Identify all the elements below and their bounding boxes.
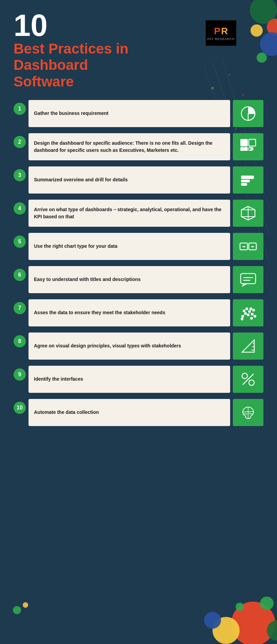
item-icon-box-1 bbox=[233, 100, 263, 127]
item-icon-box-8 bbox=[233, 333, 263, 360]
svg-point-35 bbox=[244, 313, 246, 315]
item-icon-box-9 bbox=[233, 366, 263, 393]
item-number-7: 7 bbox=[14, 302, 26, 314]
svg-point-36 bbox=[243, 310, 245, 312]
item-icon-box-5: → ← bbox=[233, 233, 263, 260]
svg-point-42 bbox=[250, 308, 252, 310]
item-number-4: 4 bbox=[14, 202, 26, 215]
items-container: 1Gather the business requirement 2Design… bbox=[0, 97, 277, 436]
item-text-8: Agree on visual design principles, visua… bbox=[34, 342, 181, 349]
item-text-1: Gather the business requirement bbox=[34, 110, 108, 117]
item-text-7: Asses the data to ensure they meet the s… bbox=[34, 309, 165, 316]
item-text-box-4: Arrive on what type of dashboards – stra… bbox=[29, 200, 230, 227]
item-text-box-5: Use the right chart type for your data bbox=[29, 233, 230, 260]
item-icon-box-2 bbox=[233, 133, 263, 160]
svg-rect-17 bbox=[244, 147, 247, 150]
item-text-10: Automate the data collection bbox=[34, 409, 99, 416]
item-text-9: Identify the interfaces bbox=[34, 376, 83, 383]
item-icon-box-3 bbox=[233, 166, 263, 194]
svg-rect-30 bbox=[241, 274, 256, 284]
svg-point-45 bbox=[251, 317, 253, 319]
item-row-5: 5Use the right chart type for your data … bbox=[14, 233, 263, 260]
item-text-box-2: Design the dashboard for specific audien… bbox=[29, 133, 230, 160]
item-text-box-7: Asses the data to ensure they meet the s… bbox=[29, 299, 230, 326]
item-number-10: 10 bbox=[14, 402, 26, 414]
item-text-box-9: Identify the interfaces bbox=[29, 366, 230, 393]
item-text-box-8: Agree on visual design principles, visua… bbox=[29, 333, 230, 360]
svg-line-53 bbox=[243, 374, 254, 385]
svg-rect-16 bbox=[241, 147, 244, 150]
item-text-4: Arrive on what type of dashboards – stra… bbox=[34, 206, 225, 220]
header: 10 Best Practices in Dashboard Software … bbox=[0, 0, 277, 97]
svg-point-40 bbox=[251, 313, 253, 315]
item-row-6: 6Easy to understand with titles and desc… bbox=[14, 266, 263, 293]
svg-point-38 bbox=[248, 310, 251, 313]
svg-point-51 bbox=[242, 373, 247, 379]
item-row-4: 4Arrive on what type of dashboards – str… bbox=[14, 200, 263, 227]
item-icon-box-4 bbox=[233, 200, 263, 227]
svg-point-59 bbox=[236, 603, 244, 611]
item-number-6: 6 bbox=[14, 269, 26, 281]
svg-point-34 bbox=[242, 315, 244, 317]
svg-point-58 bbox=[260, 597, 274, 610]
svg-point-37 bbox=[247, 314, 249, 316]
item-icon-box-10 bbox=[233, 399, 263, 426]
item-row-2: 2Design the dashboard for specific audie… bbox=[14, 133, 263, 160]
item-text-5: Use the right chart type for your data bbox=[34, 243, 117, 250]
item-row-3: 3Summarized overview and drill for detai… bbox=[14, 166, 263, 194]
item-number-5: 5 bbox=[14, 236, 26, 248]
svg-text:→: → bbox=[242, 244, 246, 248]
svg-point-39 bbox=[246, 308, 248, 310]
svg-point-44 bbox=[241, 318, 243, 320]
item-row-1: 1Gather the business requirement bbox=[14, 100, 263, 127]
item-text-box-10: Automate the data collection bbox=[29, 399, 230, 426]
item-number-2: 2 bbox=[14, 136, 26, 148]
item-row-9: 9Identify the interfaces bbox=[14, 366, 263, 393]
svg-rect-14 bbox=[241, 139, 247, 146]
item-text-box-6: Easy to understand with titles and descr… bbox=[29, 266, 230, 293]
svg-rect-15 bbox=[249, 139, 256, 146]
item-number-9: 9 bbox=[14, 368, 26, 381]
item-row-8: 8Agree on visual design principles, visu… bbox=[14, 333, 263, 360]
svg-rect-19 bbox=[241, 176, 254, 179]
item-text-box-1: Gather the business requirement bbox=[29, 100, 230, 127]
item-icon-box-7 bbox=[233, 299, 263, 326]
item-number-1: 1 bbox=[14, 103, 26, 115]
svg-point-61 bbox=[13, 606, 21, 614]
item-row-10: 10Automate the data collection bbox=[14, 399, 263, 426]
item-number-3: 3 bbox=[14, 169, 26, 181]
item-icon-box-6 bbox=[233, 266, 263, 293]
svg-point-43 bbox=[254, 315, 256, 317]
item-text-3: Summarized overview and drill for detail… bbox=[34, 176, 128, 183]
item-text-6: Easy to understand with titles and descr… bbox=[34, 276, 141, 283]
svg-point-52 bbox=[249, 380, 254, 385]
item-number-8: 8 bbox=[14, 335, 26, 347]
item-text-2: Design the dashboard for specific audien… bbox=[34, 140, 225, 154]
svg-point-41 bbox=[253, 309, 255, 311]
header-title: Best Practices in Dashboard Software bbox=[14, 41, 204, 90]
item-text-box-3: Summarized overview and drill for detail… bbox=[29, 166, 230, 194]
item-row-7: 7Asses the data to ensure they meet the … bbox=[14, 299, 263, 326]
logo: P R PAT RESEARCH bbox=[206, 20, 236, 46]
svg-text:←: ← bbox=[251, 244, 255, 248]
svg-rect-21 bbox=[241, 183, 247, 185]
svg-point-62 bbox=[23, 602, 28, 608]
svg-rect-20 bbox=[241, 180, 250, 182]
svg-point-57 bbox=[204, 612, 221, 629]
